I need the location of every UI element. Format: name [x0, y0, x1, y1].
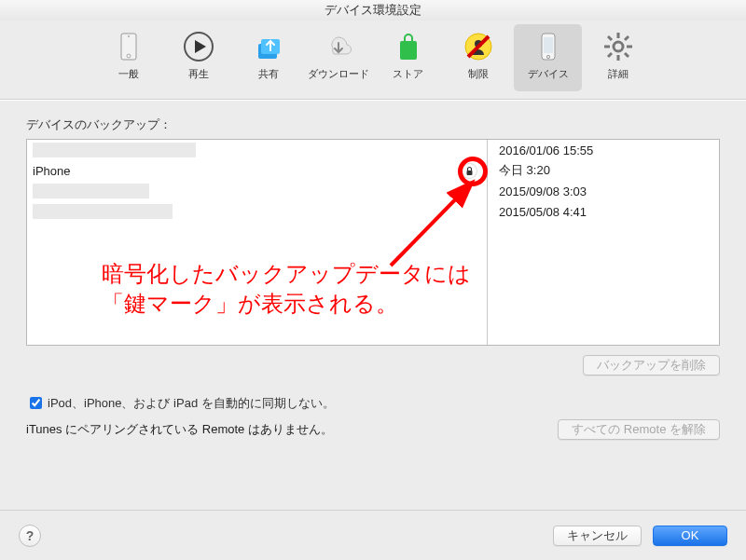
play-icon: [178, 28, 219, 65]
tab-restrictions-label: 制限: [468, 67, 489, 81]
footer-bar: ? キャンセル OK: [0, 510, 746, 560]
unpair-remotes-button: すべての Remote を解除: [558, 419, 720, 440]
tab-playback-label: 再生: [188, 67, 209, 81]
svg-rect-23: [467, 171, 473, 175]
svg-point-1: [128, 35, 130, 37]
auto-sync-row: iPod、iPhone、および iPad を自動的に同期しない。: [26, 394, 720, 412]
advanced-icon: [598, 28, 639, 65]
table-row[interactable]: [27, 201, 487, 222]
backups-table[interactable]: iPhone 2016/01/06 15:55: [26, 139, 720, 346]
redacted-name: [33, 143, 196, 157]
backups-date-column: 2016/01/06 15:55 今日 3:20 2015/09/08 3:03…: [488, 140, 719, 345]
svg-line-22: [608, 53, 612, 57]
tab-playback[interactable]: 再生: [164, 24, 232, 91]
svg-rect-7: [400, 41, 417, 60]
backups-name-column: iPhone: [27, 140, 488, 345]
svg-rect-0: [121, 34, 136, 60]
window-title: デバイス環境設定: [0, 0, 746, 20]
device-icon: [528, 28, 569, 65]
store-icon: [388, 28, 429, 65]
backup-date: 2015/05/08 4:41: [493, 205, 587, 219]
backups-heading: デバイスのバックアップ：: [26, 116, 720, 133]
tab-general-label: 一般: [118, 67, 139, 81]
device-name: iPhone: [33, 164, 70, 178]
redacted-name: [33, 204, 173, 219]
auto-sync-label: iPod、iPhone、および iPad を自動的に同期しない。: [48, 395, 335, 412]
table-row[interactable]: [27, 181, 487, 201]
delete-backup-button: バックアップを削除: [583, 355, 720, 376]
general-icon: [108, 28, 149, 65]
svg-rect-12: [544, 37, 553, 53]
auto-sync-checkbox[interactable]: [30, 397, 42, 409]
content-area: デバイスのバックアップ： iPhone: [0, 100, 746, 453]
share-icon: [248, 28, 289, 65]
restrict-icon: [458, 28, 499, 65]
tab-advanced[interactable]: 詳細: [584, 24, 652, 91]
backup-date: 今日 3:20: [493, 162, 550, 179]
svg-marker-4: [195, 40, 206, 53]
download-icon: [318, 28, 359, 65]
svg-line-21: [625, 36, 629, 40]
tab-sharing-label: 共有: [258, 67, 279, 81]
table-row[interactable]: iPhone: [27, 160, 487, 181]
ok-button[interactable]: OK: [653, 526, 727, 546]
preferences-window: デバイス環境設定 一般 再生 共有 ダウンロ: [0, 0, 746, 560]
tab-downloads[interactable]: ダウンロード: [304, 24, 372, 91]
backup-date: 2016/01/06 15:55: [493, 143, 593, 157]
svg-line-19: [608, 36, 612, 40]
paired-remotes-text: iTunes にペアリングされている Remote はありません。: [26, 421, 333, 438]
lock-icon: [462, 163, 477, 179]
tab-devices[interactable]: デバイス: [514, 24, 582, 91]
tab-advanced-label: 詳細: [608, 67, 629, 81]
cancel-button[interactable]: キャンセル: [553, 526, 642, 546]
tab-store[interactable]: ストア: [374, 24, 442, 91]
tab-store-label: ストア: [393, 67, 423, 81]
tab-devices-label: デバイス: [528, 67, 569, 81]
tab-restrictions[interactable]: 制限: [444, 24, 512, 91]
toolbar: 一般 再生 共有 ダウンロード ストア: [0, 20, 746, 99]
svg-line-20: [625, 53, 629, 57]
svg-point-14: [614, 42, 623, 51]
help-button[interactable]: ?: [19, 525, 41, 547]
table-row[interactable]: [27, 140, 487, 160]
tab-downloads-label: ダウンロード: [308, 67, 369, 81]
redacted-name: [33, 184, 149, 198]
tab-general[interactable]: 一般: [94, 24, 162, 91]
tab-sharing[interactable]: 共有: [234, 24, 302, 91]
backup-date: 2015/09/08 3:03: [493, 184, 587, 198]
